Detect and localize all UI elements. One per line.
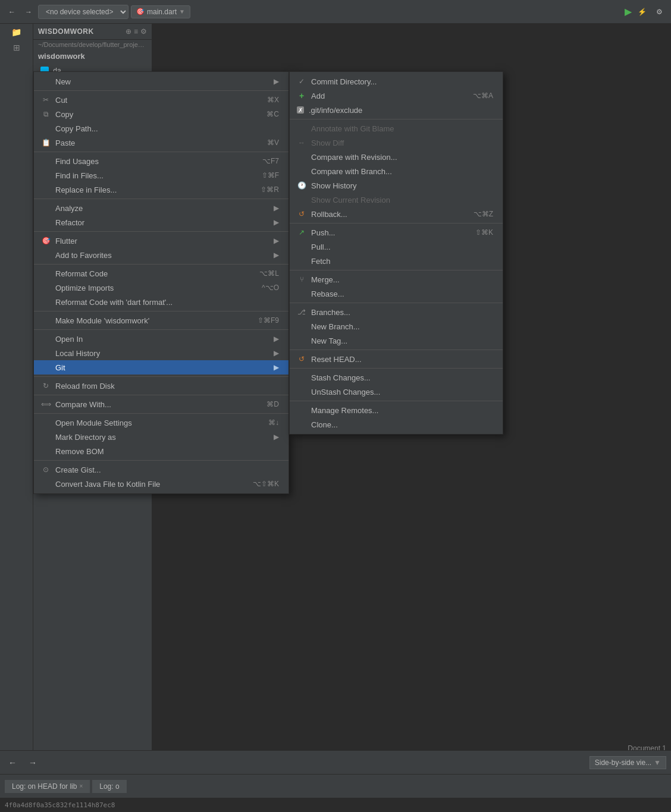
git-manage-remotes[interactable]: Manage Remotes...: [290, 403, 503, 417]
merge-icon: ⑂: [297, 275, 306, 284]
git-compare-branch[interactable]: Compare with Branch...: [290, 164, 503, 178]
forward-button[interactable]: →: [21, 5, 36, 18]
commit-icon: ✓: [297, 77, 306, 86]
fetch-icon: [297, 256, 306, 266]
settings-button[interactable]: ⚙: [653, 5, 666, 18]
git-commit-dir[interactable]: ✓ Commit Directory...: [290, 74, 503, 89]
cm-mark-dir[interactable]: Mark Directory as ▶: [34, 430, 289, 444]
back-button[interactable]: ←: [5, 5, 19, 18]
git-add[interactable]: + Add ⌥⌘A: [290, 89, 503, 103]
rebase-icon: [297, 289, 306, 298]
annotate-icon: [297, 124, 306, 133]
cm-compare-with[interactable]: ⟺ Compare With... ⌘D: [34, 397, 289, 411]
device-selector[interactable]: <no device selected>: [38, 5, 128, 19]
diff-icon: ↔: [297, 138, 306, 147]
git-compare-revision[interactable]: Compare with Revision...: [290, 150, 503, 164]
nav-back-button[interactable]: ←: [5, 756, 20, 770]
git-stash[interactable]: Stash Changes...: [290, 370, 503, 385]
sidebar-structure-icon[interactable]: ⊞: [1, 42, 32, 53]
side-by-side-button[interactable]: Side-by-side vie... ▼: [590, 756, 666, 769]
close-tab-icon[interactable]: ×: [79, 783, 83, 789]
status-bar: Log: on HEAD for lib × Log: o: [0, 774, 671, 798]
git-new-tag[interactable]: New Tag...: [290, 333, 503, 348]
cm-copy-path[interactable]: Copy Path...: [34, 121, 289, 136]
git-show-history[interactable]: 🕐 Show History: [290, 178, 503, 193]
git-rebase[interactable]: Rebase...: [290, 287, 503, 301]
cm-cut[interactable]: ✂ Cut ⌘X: [34, 93, 289, 107]
context-menu-main: New ▶ ✂ Cut ⌘X ⧉ Copy ⌘C Copy Path...: [33, 71, 289, 494]
copy-path-icon: [41, 124, 51, 133]
compare-icon: ⟺: [41, 399, 51, 409]
analyze-icon: [41, 203, 51, 213]
cm-analyze[interactable]: Analyze ▶: [34, 201, 289, 215]
cm-local-history[interactable]: Local History ▶: [34, 346, 289, 360]
separator: [34, 395, 289, 395]
cm-copy[interactable]: ⧉ Copy ⌘C: [34, 107, 289, 121]
arrow-icon: ▶: [274, 237, 279, 245]
project-add-icon[interactable]: ⊕: [126, 27, 131, 36]
git-branches[interactable]: ⎇ Branches...: [290, 305, 503, 319]
cm-refactor[interactable]: Refactor ▶: [34, 215, 289, 229]
nav-forward-button[interactable]: →: [25, 756, 40, 770]
cm-git[interactable]: Git ▶: [34, 360, 289, 374]
arrow-icon: ▶: [274, 335, 279, 343]
project-gear-icon[interactable]: ⚙: [140, 27, 147, 36]
cm-module-settings[interactable]: Open Module Settings ⌘↓: [34, 416, 289, 430]
project-filter-icon[interactable]: ≡: [134, 27, 138, 36]
separator: [34, 329, 289, 330]
cm-create-gist[interactable]: ⊙ Create Gist...: [34, 462, 289, 477]
cm-make-module[interactable]: Make Module 'wisdomwork' ⇧⌘F9: [34, 313, 289, 328]
find-usages-icon: [41, 156, 51, 166]
cm-remove-bom[interactable]: Remove BOM: [34, 444, 289, 458]
git-pull[interactable]: Pull...: [290, 240, 503, 254]
exclude-icon: ✗: [297, 106, 304, 114]
cm-find-in-files[interactable]: Find in Files... ⇧⌘F: [34, 168, 289, 182]
refactor-icon: [41, 218, 51, 227]
compare-revision-icon: [297, 152, 306, 162]
current-rev-icon: [297, 195, 306, 204]
new-tag-icon: [297, 336, 306, 345]
arrow-icon: ▶: [274, 363, 279, 372]
git-show-current-revision[interactable]: Show Current Revision: [290, 193, 503, 207]
cm-replace-in-files[interactable]: Replace in Files... ⇧⌘R: [34, 182, 289, 197]
cm-add-favorites[interactable]: Add to Favorites ▶: [34, 248, 289, 262]
cm-reload-disk[interactable]: ↻ Reload from Disk: [34, 379, 289, 393]
cm-reformat-code[interactable]: Reformat Code ⌥⌘L: [34, 266, 289, 281]
run-button[interactable]: ▶: [625, 6, 632, 17]
cm-open-in[interactable]: Open In ▶: [34, 332, 289, 346]
git-unstash[interactable]: UnStash Changes...: [290, 385, 503, 399]
file-tab[interactable]: 🎯 main.dart ▼: [131, 5, 190, 18]
separator: [290, 303, 503, 303]
git-fetch[interactable]: Fetch: [290, 254, 503, 268]
separator: [34, 231, 289, 232]
git-clone[interactable]: Clone...: [290, 417, 503, 432]
log-tab-head[interactable]: Log: on HEAD for lib ×: [5, 780, 90, 793]
build-button[interactable]: ⚡: [634, 5, 650, 18]
cm-optimize-imports[interactable]: Optimize Imports ^⌥O: [34, 281, 289, 295]
cm-convert-java-kotlin[interactable]: Convert Java File to Kotlin File ⌥⇧⌘K: [34, 477, 289, 491]
separator: [34, 199, 289, 199]
git-annotate[interactable]: Annotate with Git Blame: [290, 121, 503, 136]
git-show-diff[interactable]: ↔ Show Diff: [290, 136, 503, 150]
mark-dir-icon: [41, 432, 51, 442]
reload-icon: ↻: [41, 381, 51, 391]
cm-reformat-dart[interactable]: Reformat Code with 'dart format'...: [34, 295, 289, 309]
clock-icon: 🕐: [297, 181, 306, 190]
log-tab-2[interactable]: Log: o: [92, 780, 126, 793]
sidebar-project-icon[interactable]: 📁: [1, 26, 32, 38]
git-new-branch[interactable]: New Branch...: [290, 319, 503, 333]
cm-new[interactable]: New ▶: [34, 74, 289, 89]
git-info-exclude[interactable]: ✗ .git/info/exclude: [290, 103, 503, 117]
separator: [34, 413, 289, 414]
cut-icon: ✂: [41, 95, 51, 105]
separator: [34, 460, 289, 461]
git-merge[interactable]: ⑂ Merge...: [290, 272, 503, 287]
git-reset-head[interactable]: ↺ Reset HEAD...: [290, 352, 503, 366]
optimize-icon: [41, 283, 51, 292]
find-files-icon: [41, 171, 51, 180]
cm-paste[interactable]: 📋 Paste ⌘V: [34, 136, 289, 150]
cm-find-usages[interactable]: Find Usages ⌥F7: [34, 154, 289, 168]
cm-flutter[interactable]: 🎯 Flutter ▶: [34, 234, 289, 248]
git-push[interactable]: ↗ Push... ⇧⌘K: [290, 225, 503, 240]
git-rollback[interactable]: ↺ Rollback... ⌥⌘Z: [290, 207, 503, 221]
